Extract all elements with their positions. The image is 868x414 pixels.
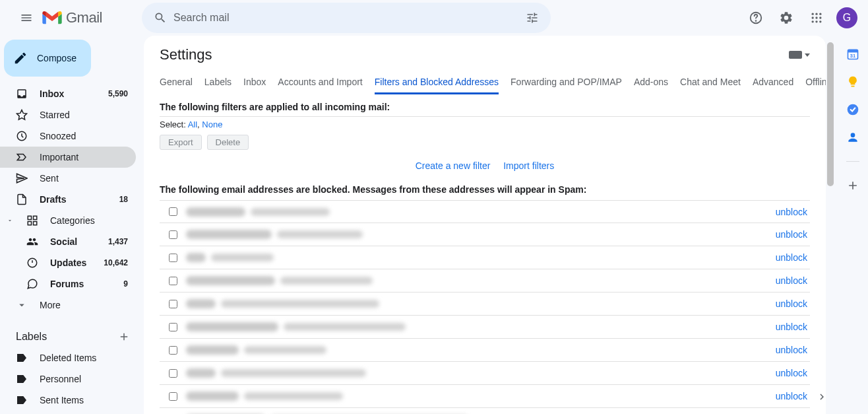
sidebar-item-snoozed[interactable]: Snoozed — [0, 125, 136, 147]
apps-button[interactable] — [803, 5, 830, 31]
menu-button[interactable] — [11, 2, 42, 34]
tab-add-ons[interactable]: Add-ons — [634, 71, 668, 94]
tasks-app[interactable] — [846, 103, 859, 116]
search-input[interactable] — [173, 12, 519, 24]
compose-button[interactable]: Compose — [4, 40, 91, 77]
gmail-logo[interactable]: Gmail — [42, 9, 102, 26]
blocked-row: unblock — [160, 293, 810, 316]
sidebar-item-starred[interactable]: Starred — [0, 104, 136, 125]
account-avatar[interactable]: G — [836, 7, 857, 28]
help-icon — [749, 11, 763, 25]
density-toggle[interactable] — [789, 51, 810, 59]
contacts-app[interactable] — [846, 131, 859, 144]
row-checkbox-wrap — [160, 346, 186, 355]
unblock-link[interactable]: unblock — [776, 368, 810, 378]
side-panel: 31 — [838, 36, 868, 414]
row-checkbox[interactable] — [169, 300, 177, 308]
search-button[interactable] — [147, 5, 173, 31]
unblock-link[interactable]: unblock — [776, 298, 810, 309]
blocked-list: unblockunblockunblockunblockunblockunblo… — [144, 200, 826, 414]
tab-accounts-and-import[interactable]: Accounts and Import — [278, 71, 362, 94]
keep-app[interactable] — [846, 75, 859, 88]
add-app[interactable] — [846, 179, 859, 192]
row-checkbox[interactable] — [169, 392, 177, 401]
delete-button[interactable]: Delete — [207, 135, 249, 150]
select-none-link[interactable]: None — [202, 120, 222, 129]
filter-links: Create a new filter Import filters — [144, 155, 826, 176]
settings-title: Settings — [160, 46, 212, 63]
tab-filters-and-blocked-addresses[interactable]: Filters and Blocked Addresses — [375, 71, 499, 94]
labels-more[interactable]: More — [0, 411, 136, 414]
filters-section-header: The following filters are applied to all… — [144, 95, 826, 116]
tune-icon — [526, 11, 539, 24]
export-button[interactable]: Export — [160, 135, 202, 150]
tab-advanced[interactable]: Advanced — [753, 71, 793, 94]
unblock-link[interactable]: unblock — [776, 322, 810, 332]
calendar-app[interactable]: 31 — [846, 48, 859, 61]
tab-offline[interactable]: Offline — [805, 71, 826, 94]
svg-point-7 — [819, 17, 821, 18]
filter-action-buttons: Export Delete — [144, 132, 826, 155]
create-filter-link[interactable]: Create a new filter — [416, 160, 491, 171]
svg-rect-18 — [848, 50, 858, 52]
expand-sidepanel[interactable] — [810, 385, 834, 409]
menu-icon — [20, 11, 33, 24]
sidebar-item-sent[interactable]: Sent — [0, 168, 136, 189]
unblock-link[interactable]: unblock — [776, 207, 810, 217]
row-checkbox[interactable] — [169, 369, 177, 378]
blocked-address — [186, 276, 776, 285]
app-header: Gmail G — [0, 0, 868, 36]
unblock-link[interactable]: unblock — [776, 275, 810, 286]
tab-chat-and-meet[interactable]: Chat and Meet — [680, 71, 741, 94]
unblock-link[interactable]: unblock — [776, 229, 810, 240]
scrollbar-thumb[interactable] — [827, 42, 834, 186]
blocked-row: unblock — [160, 269, 810, 293]
row-checkbox-wrap — [160, 323, 186, 331]
unblock-link[interactable]: unblock — [776, 345, 810, 355]
contacts-icon — [846, 131, 859, 144]
label-item-personnel[interactable]: Personnel — [0, 368, 136, 390]
row-checkbox[interactable] — [169, 207, 177, 216]
row-checkbox[interactable] — [169, 254, 177, 262]
chevron-down-icon — [805, 53, 810, 57]
tab-labels[interactable]: Labels — [204, 71, 232, 94]
tab-general[interactable]: General — [160, 71, 193, 94]
add-label-button[interactable] — [115, 328, 133, 346]
blocked-address — [186, 230, 776, 239]
pencil-icon — [13, 51, 28, 65]
sidebar-item-forums[interactable]: Forums 9 — [0, 273, 136, 294]
blocked-row: unblock — [160, 408, 810, 414]
row-checkbox-wrap — [160, 369, 186, 378]
svg-rect-14 — [28, 222, 31, 225]
settings-button[interactable] — [773, 5, 799, 31]
sidebar-item-updates[interactable]: Updates 10,642 — [0, 252, 136, 273]
row-checkbox[interactable] — [169, 230, 177, 239]
label-item-deleted[interactable]: Deleted Items — [0, 347, 136, 368]
row-checkbox[interactable] — [169, 277, 177, 285]
support-button[interactable] — [743, 5, 769, 31]
blocked-section-header: The following email addresses are blocke… — [144, 176, 826, 200]
svg-point-10 — [819, 20, 821, 22]
sidebar-item-inbox[interactable]: Inbox 5,590 — [0, 83, 136, 104]
sidebar-item-categories[interactable]: Categories — [0, 210, 136, 231]
tab-forwarding-and-pop/imap[interactable]: Forwarding and POP/IMAP — [511, 71, 622, 94]
row-checkbox[interactable] — [169, 323, 177, 331]
row-checkbox[interactable] — [169, 346, 177, 355]
density-icon — [789, 51, 802, 59]
sidebar-item-drafts[interactable]: Drafts 18 — [0, 189, 136, 210]
import-filters-link[interactable]: Import filters — [503, 160, 554, 171]
sidebar-item-social[interactable]: Social 1,437 — [0, 231, 136, 252]
star-icon — [16, 109, 29, 121]
tab-inbox[interactable]: Inbox — [243, 71, 266, 94]
select-all-link[interactable]: All — [188, 120, 197, 129]
unblock-link[interactable]: unblock — [776, 391, 810, 401]
scrollbar[interactable] — [826, 36, 835, 414]
search-box[interactable] — [142, 3, 551, 33]
search-options-button[interactable] — [519, 5, 545, 31]
sidebar-item-more[interactable]: More — [0, 294, 136, 316]
sidebar-item-important[interactable]: Important — [0, 147, 136, 168]
label-item-sent-items[interactable]: Sent Items — [0, 390, 136, 411]
sent-icon — [16, 172, 29, 184]
unblock-link[interactable]: unblock — [776, 252, 810, 263]
blocked-row: unblock — [160, 246, 810, 269]
